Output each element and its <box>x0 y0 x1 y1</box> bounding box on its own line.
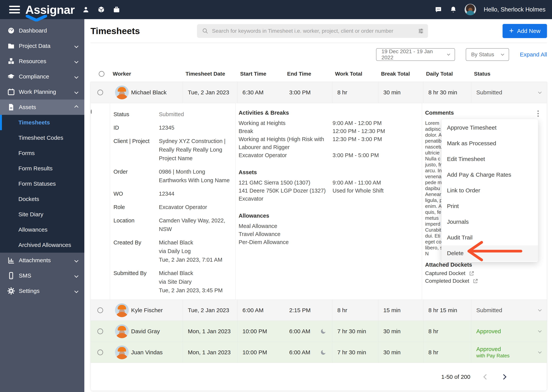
sidebar-item-sms[interactable]: SMS <box>0 268 84 283</box>
sidebar-item-form-statuses[interactable]: Form Statuses <box>0 176 84 191</box>
timesheet-date: Tue, 2 Jan 2023 <box>183 82 237 103</box>
status-dropdown[interactable]: Approved <box>471 321 547 342</box>
menu-item-link-to-order[interactable]: Link to Order <box>442 182 538 198</box>
sidebar-item-compliance[interactable]: Compliance <box>0 69 84 84</box>
assets-heading: Assets <box>239 169 418 175</box>
status-label: Approved <box>476 346 501 352</box>
app-logo[interactable]: Assignar <box>25 3 74 16</box>
sidebar-item-attachments[interactable]: Attachments <box>0 253 84 268</box>
next-page-icon[interactable] <box>501 374 506 379</box>
folder-icon <box>7 42 15 50</box>
start-time: 6:00 AM <box>237 300 284 321</box>
status-dropdown[interactable]: Submitted <box>471 82 547 103</box>
previous-page-icon[interactable] <box>483 374 489 379</box>
cube-icon[interactable] <box>98 6 105 13</box>
start-time: 10:00 PM <box>237 342 284 363</box>
timesheet-date: Tue, 2 Jan 2023 <box>183 300 237 321</box>
table-row[interactable]: Michael Black Tue, 2 Jan 2023 6:30 AM 3:… <box>91 82 547 103</box>
menu-item-journals[interactable]: Journals <box>442 214 538 230</box>
chevron-down-icon <box>74 90 78 94</box>
column-header-daily-total[interactable]: Daily Total <box>423 71 471 77</box>
sidebar-item-form-results[interactable]: Form Results <box>0 161 84 176</box>
status-dropdown[interactable]: Approved with Pay Rates <box>471 342 547 363</box>
person-icon[interactable] <box>82 6 89 13</box>
menu-item-mark-as-processed[interactable]: Mark as Processed <box>442 135 538 151</box>
sidebar-item-dashboard[interactable]: Dashboard <box>0 23 84 38</box>
chevron-down-icon <box>74 59 78 63</box>
sidebar-item-assets[interactable]: Assets <box>0 99 84 115</box>
sidebar-item-settings[interactable]: Settings <box>0 283 84 299</box>
plus-icon: + <box>509 27 514 35</box>
table-row[interactable]: David Gray Mon, 1 Jan 2023 10:00 PM 6:00… <box>91 321 547 342</box>
select-all-checkbox[interactable] <box>99 71 104 77</box>
column-header-work-total[interactable]: Work Total <box>332 71 378 77</box>
sidebar-item-dockets[interactable]: Dockets <box>0 191 84 207</box>
captured-docket-link[interactable]: Captured Docket <box>425 269 542 277</box>
start-time: 6:30 AM <box>237 82 284 103</box>
status-dropdown[interactable]: Submitted <box>471 300 547 321</box>
sidebar-item-project-data[interactable]: Project Data <box>0 38 84 54</box>
row-checkbox[interactable] <box>97 308 103 313</box>
activities-section: Activities & Breaks Working at Heights9:… <box>235 103 422 300</box>
sidebar-item-site-diary[interactable]: Site Diary <box>0 207 84 222</box>
search-bar <box>197 24 428 38</box>
chevron-down-icon <box>538 90 541 94</box>
daily-total: 8 hr <box>423 321 471 342</box>
column-header-worker[interactable]: Worker <box>110 71 182 77</box>
break-total: 30 min <box>378 342 423 363</box>
sidebar-item-work-planning[interactable]: Work Planning <box>0 84 84 99</box>
hamburger-menu-icon[interactable] <box>9 6 20 14</box>
sidebar-item-allowances[interactable]: Allowances <box>0 222 84 237</box>
table-row[interactable]: Kyle Fischer Tue, 2 Jan 2023 6:00 AM 2:1… <box>91 300 547 321</box>
end-time: 2:15 PM <box>284 300 332 321</box>
column-header-end-time[interactable]: End Time <box>284 71 332 77</box>
chat-icon[interactable] <box>435 6 442 13</box>
row-checkbox[interactable] <box>97 329 103 334</box>
menu-item-approve-timesheet[interactable]: Approve Timesheet <box>442 120 538 135</box>
break-total: 30 min <box>378 82 423 103</box>
column-header-break-total[interactable]: Break Total <box>378 71 423 77</box>
row-checkbox[interactable] <box>97 350 103 355</box>
column-header-timesheet-date[interactable]: Timesheet Date <box>182 71 237 77</box>
phone-icon <box>7 272 15 280</box>
date-range-dropdown[interactable]: 19 Dec 2021 - 19 Jan 2022 <box>376 48 455 61</box>
kebab-menu-icon[interactable] <box>537 110 539 118</box>
menu-item-edit-timesheet[interactable]: Edit Timesheet <box>442 151 538 167</box>
end-time: 3:00 PM <box>284 82 332 103</box>
row-checkbox[interactable] <box>91 110 92 114</box>
column-header-status[interactable]: Status <box>471 71 547 77</box>
add-new-button[interactable]: + Add New <box>502 24 547 38</box>
sidebar-item-timesheets[interactable]: Timesheets <box>0 115 84 130</box>
status-filter-dropdown[interactable]: By Status <box>466 48 509 61</box>
user-greeting: Hello, Sherlock Holmes <box>484 6 545 13</box>
sidebar-item-resources[interactable]: Resources <box>0 54 84 69</box>
table-row[interactable]: Juan Vindas Mon, 1 Jan 2023 10:00 PM 6:0… <box>91 342 547 363</box>
menu-item-print[interactable]: Print <box>442 198 538 214</box>
break-total: 15 min <box>378 300 423 321</box>
allowance-item: Per-Diem Allowance <box>239 238 418 246</box>
briefcase-icon[interactable] <box>113 6 120 13</box>
chevron-down-icon <box>447 52 450 56</box>
sidebar-item-timesheet-codes[interactable]: Timesheet Codes <box>0 130 84 146</box>
page-title: Timesheets <box>90 26 197 36</box>
menu-item-audit-trail[interactable]: Audit Trail <box>442 230 538 245</box>
row-checkbox[interactable] <box>97 90 103 95</box>
bar-chart-icon <box>7 257 15 264</box>
user-avatar[interactable] <box>465 4 476 15</box>
sidebar-item-archived-allowances[interactable]: Archived Allowances <box>0 237 84 253</box>
menu-item-add-pay-charge-rates[interactable]: Add Pay & Charge Rates <box>442 167 538 182</box>
column-header-start-time[interactable]: Start Time <box>237 71 284 77</box>
filter-sliders-icon[interactable] <box>418 28 424 34</box>
chevron-down-icon <box>538 350 541 353</box>
completed-docket-link[interactable]: Completed Docket <box>425 277 542 285</box>
sidebar-item-forms[interactable]: Forms <box>0 146 84 161</box>
comments-heading: Comments <box>425 110 454 116</box>
bell-icon[interactable] <box>450 6 457 13</box>
chevron-down-icon <box>538 329 541 332</box>
calendar-icon <box>7 88 15 96</box>
menu-item-delete[interactable]: Delete <box>442 245 538 261</box>
end-time: 6:00 AM <box>289 328 310 335</box>
expand-all-link[interactable]: Expand All <box>520 51 547 58</box>
daily-total: 8 hr 15 min <box>423 300 471 321</box>
search-input[interactable] <box>212 28 418 34</box>
